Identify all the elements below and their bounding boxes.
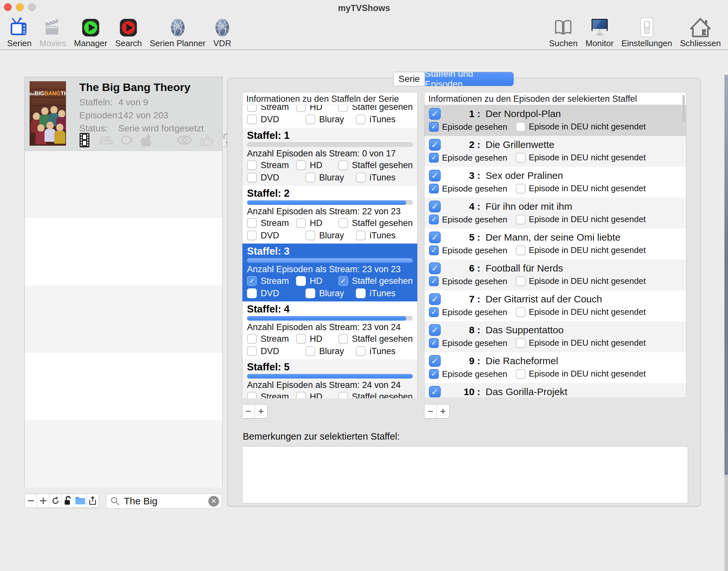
toolbar-item-manager[interactable]: Manager: [71, 16, 110, 49]
folder-button[interactable]: [74, 494, 87, 507]
stream-checkbox[interactable]: [247, 392, 257, 398]
staffel-gesehen-checkbox[interactable]: [338, 276, 348, 286]
notes-textarea[interactable]: [242, 446, 688, 503]
episode-row-5[interactable]: 5:Der Mann, der seine Omi liebteEpisode …: [424, 229, 686, 259]
staffel-gesehen-checkbox[interactable]: [338, 392, 348, 398]
stream-checkbox[interactable]: [247, 276, 257, 286]
staffel-gesehen-checkbox[interactable]: [338, 160, 348, 170]
share-button[interactable]: [87, 494, 99, 507]
episode-checkbox[interactable]: [429, 324, 441, 336]
hd-checkbox[interactable]: [296, 334, 306, 344]
bluray-checkbox[interactable]: [305, 346, 315, 356]
episode-gesehen-checkbox[interactable]: [429, 245, 439, 255]
episode-checkbox[interactable]: [429, 108, 441, 120]
toolbar-item-serien-planner[interactable]: Serien Planner: [147, 16, 208, 49]
stream-checkbox[interactable]: [247, 334, 257, 344]
itunes-checkbox[interactable]: [356, 346, 366, 356]
episode-add-button[interactable]: +: [437, 405, 449, 418]
episode-remove-button[interactable]: −: [424, 405, 437, 418]
stream-checkbox[interactable]: [247, 160, 257, 170]
list-item[interactable]: [25, 286, 222, 353]
season-row-staffel-2[interactable]: Staffel: 2Anzahl Episoden als Stream: 22…: [243, 186, 417, 244]
itunes-checkbox[interactable]: [356, 231, 366, 240]
bluray-checkbox[interactable]: [305, 231, 315, 240]
episode-deu-checkbox[interactable]: [516, 215, 526, 224]
season-remove-button[interactable]: −: [243, 405, 255, 418]
series-card-selected[interactable]: theBIGBANGTHEORY The Big Bang Theory Sta…: [25, 77, 222, 151]
season-row-staffel-1[interactable]: Staffel: 1Anzahl Episoden als Stream: 0 …: [243, 128, 417, 186]
episode-gesehen-checkbox[interactable]: [429, 122, 439, 132]
tab-staffeln-und-episoden[interactable]: Staffeln und Episoden: [425, 72, 514, 86]
stream-checkbox[interactable]: [247, 218, 257, 228]
hd-checkbox[interactable]: [296, 105, 306, 112]
lock-button[interactable]: [62, 494, 74, 507]
episode-row-8[interactable]: 8:Das SuppentattooEpisode gesehenEpisode…: [424, 321, 686, 352]
bluray-checkbox[interactable]: [305, 173, 315, 183]
window-edge-scrollbar[interactable]: [724, 75, 728, 475]
season-add-button[interactable]: +: [255, 405, 267, 418]
season-row-staffel-5[interactable]: Staffel: 5Anzahl Episoden als Stream: 24…: [243, 359, 417, 398]
episode-deu-checkbox[interactable]: [516, 338, 526, 348]
search-input[interactable]: [123, 495, 208, 507]
list-item[interactable]: [25, 420, 222, 487]
bluray-checkbox[interactable]: [305, 289, 315, 298]
episode-deu-checkbox[interactable]: [516, 153, 526, 162]
season-row-staffel-4[interactable]: Staffel: 4Anzahl Episoden als Stream: 23…: [243, 302, 417, 359]
episode-checkbox[interactable]: [429, 139, 441, 150]
episode-gesehen-checkbox[interactable]: [429, 276, 439, 286]
dvd-checkbox[interactable]: [247, 231, 257, 240]
dvd-checkbox[interactable]: [247, 114, 257, 124]
add-series-button[interactable]: [37, 494, 49, 507]
bluray-checkbox[interactable]: [305, 114, 315, 124]
episode-checkbox[interactable]: [429, 293, 441, 305]
toolbar-item-search[interactable]: Search: [113, 16, 144, 49]
episode-deu-checkbox[interactable]: [516, 307, 526, 317]
toolbar-item-serien[interactable]: Serien: [5, 16, 34, 49]
episode-row-3[interactable]: 3:Sex oder PralinenEpisode gesehenEpisod…: [424, 167, 686, 198]
hd-checkbox[interactable]: [296, 276, 306, 286]
episode-row-4[interactable]: 4:Für ihn oder mit ihmEpisode gesehenEpi…: [424, 198, 686, 229]
episode-deu-checkbox[interactable]: [516, 276, 526, 286]
episode-row-10[interactable]: 10:Das Gorilla-ProjektEpisode gesehenEpi…: [424, 383, 686, 397]
toolbar-item-vdr[interactable]: VDR: [211, 16, 234, 49]
dvd-checkbox[interactable]: [247, 289, 257, 298]
clear-search-icon[interactable]: ✕: [208, 496, 219, 506]
toolbar-item-schliessen[interactable]: Schliessen: [677, 16, 723, 49]
dvd-checkbox[interactable]: [247, 173, 257, 183]
episode-deu-checkbox[interactable]: [516, 122, 526, 132]
episode-checkbox[interactable]: [429, 170, 441, 182]
staffel-gesehen-checkbox[interactable]: [338, 218, 348, 228]
itunes-checkbox[interactable]: [356, 114, 366, 124]
refresh-button[interactable]: [49, 494, 62, 507]
itunes-checkbox[interactable]: [356, 289, 366, 298]
staffel-gesehen-checkbox[interactable]: [338, 334, 348, 344]
episode-deu-checkbox[interactable]: [516, 369, 526, 379]
toolbar-item-monitor[interactable]: Monitor: [583, 16, 616, 49]
season-row-partial[interactable]: StreamHDStaffel gesehenDVDBlurayiTunes: [243, 105, 417, 128]
hd-checkbox[interactable]: [296, 392, 306, 398]
search-field[interactable]: ✕: [106, 494, 222, 508]
itunes-checkbox[interactable]: [356, 173, 366, 183]
hd-checkbox[interactable]: [296, 218, 306, 228]
episode-checkbox[interactable]: [429, 262, 441, 274]
dvd-checkbox[interactable]: [247, 346, 257, 356]
episode-gesehen-checkbox[interactable]: [429, 184, 439, 194]
tab-serie[interactable]: Serie: [394, 72, 425, 86]
episode-row-6[interactable]: 6:Football für NerdsEpisode gesehenEpiso…: [424, 259, 686, 291]
episode-gesehen-checkbox[interactable]: [429, 153, 439, 162]
episode-checkbox[interactable]: [429, 201, 441, 212]
toolbar-item-movies[interactable]: Movies: [37, 16, 68, 49]
episode-gesehen-checkbox[interactable]: [429, 369, 439, 379]
season-row-staffel-3[interactable]: Staffel: 3Anzahl Episoden als Stream: 23…: [243, 244, 417, 302]
episode-gesehen-checkbox[interactable]: [429, 215, 439, 224]
episodes-scrollbar-thumb[interactable]: [683, 95, 685, 122]
episode-row-7[interactable]: 7:Der Gitarrist auf der CouchEpisode ges…: [424, 291, 686, 321]
episode-row-9[interactable]: 9:Die RacheformelEpisode gesehenEpisode …: [424, 352, 686, 383]
stream-checkbox[interactable]: [247, 105, 257, 112]
staffel-gesehen-checkbox[interactable]: [338, 105, 348, 112]
episode-gesehen-checkbox[interactable]: [429, 338, 439, 348]
hd-checkbox[interactable]: [296, 160, 306, 170]
episode-checkbox[interactable]: [429, 232, 441, 243]
episode-checkbox[interactable]: [429, 386, 441, 397]
episode-gesehen-checkbox[interactable]: [429, 307, 439, 317]
